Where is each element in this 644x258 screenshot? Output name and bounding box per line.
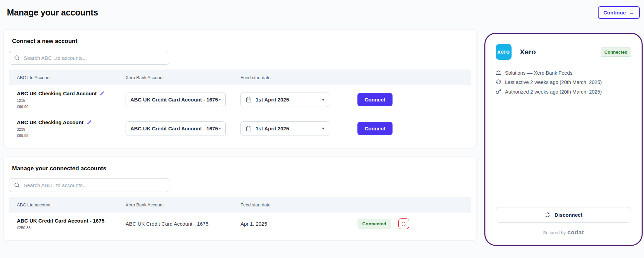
xero-account-cell: ABC UK Credit Card Account - 1675 xyxy=(126,221,240,227)
account-balance: £250.33 xyxy=(17,226,126,230)
account-name-label: ABC UK Checking Account xyxy=(17,119,84,125)
chevron-down-icon: ▾ xyxy=(219,98,221,101)
account-name: ABC UK Credit Card Account - 1675 xyxy=(17,218,126,224)
connect-search-box xyxy=(9,51,169,65)
xero-account-select-value: ABC UK Credit Card Account - 1675 xyxy=(130,126,218,131)
chevron-down-icon: ▾ xyxy=(322,97,324,102)
status-cell: Connected xyxy=(357,218,471,229)
status-badge: Connected xyxy=(601,47,631,57)
connect-table-header: ABC Ltd Account Xero Bank Account Feed s… xyxy=(9,69,471,85)
feed-start-date-cell: Apr 1, 2025 xyxy=(240,221,340,227)
chevron-down-icon: ▾ xyxy=(322,126,324,131)
accounts-column: Connect a new account ABC Ltd Account Xe… xyxy=(3,29,476,249)
secured-by-label: Secured by xyxy=(543,230,566,235)
top-bar: Manage your accounts Continue → xyxy=(3,4,643,19)
xero-account-select[interactable]: ABC UK Credit Card Account - 1675 ▾ xyxy=(126,121,226,136)
calendar-icon xyxy=(246,97,252,103)
feed-start-date-value: 1st April 2025 xyxy=(256,126,289,131)
connect-button[interactable]: Connect xyxy=(357,122,393,135)
edit-pencil-icon[interactable] xyxy=(100,91,105,96)
disconnect-button[interactable]: Disconnect xyxy=(496,207,631,223)
xero-account-select[interactable]: ABC UK Credit Card Account - 1675 ▾ xyxy=(126,93,226,107)
account-cell: ABC UK Checking Card Account 1215 £99.99 xyxy=(9,90,126,109)
connect-button[interactable]: Connect xyxy=(357,93,393,106)
account-cell: ABC UK Credit Card Account - 1675 £250.3… xyxy=(9,218,126,230)
integration-name: Xero xyxy=(520,48,536,56)
action-cell: Connect xyxy=(340,122,471,135)
column-header-feed-start-date: Feed start date xyxy=(240,202,340,207)
account-number: 3239 xyxy=(17,127,126,131)
integration-details: Solutions –– Xero Bank Feeds Last active… xyxy=(496,69,631,98)
table-row: ABC UK Credit Card Account - 1675 £250.3… xyxy=(9,213,471,235)
secured-by: Secured bycodat xyxy=(496,229,631,236)
key-icon xyxy=(496,89,501,94)
action-cell: Connect xyxy=(340,93,471,106)
connect-new-account-card: Connect a new account ABC Ltd Account Xe… xyxy=(3,29,476,148)
detail-solutions: Solutions –– Xero Bank Feeds xyxy=(496,69,631,76)
detail-text: Solutions –– Xero Bank Feeds xyxy=(505,69,572,76)
xero-logo: xero xyxy=(496,44,512,60)
xero-account-cell: ABC UK Credit Card Account - 1675 ▾ xyxy=(126,121,240,136)
column-header-feed-start-date: Feed start date xyxy=(240,75,340,80)
account-balance: £99.99 xyxy=(17,105,126,109)
panel-header: xero Xero Connected xyxy=(496,44,631,60)
chevron-down-icon: ▾ xyxy=(219,127,221,130)
account-name-label: ABC UK Credit Card Account - 1675 xyxy=(17,218,105,224)
search-icon xyxy=(14,55,20,61)
manage-accounts-page: Manage your accounts Continue → Connect … xyxy=(0,0,644,249)
account-name: ABC UK Checking Card Account xyxy=(17,90,126,96)
codat-logo: codat xyxy=(567,229,584,236)
arrow-right-icon: → xyxy=(629,10,634,15)
account-number: 1215 xyxy=(17,98,126,103)
page-title: Manage your accounts xyxy=(7,8,98,18)
account-cell: ABC UK Checking Account 3239 £99.99 xyxy=(9,119,126,138)
status-badge: Connected xyxy=(357,219,391,229)
column-header-xero-account: Xero Bank Account xyxy=(126,75,240,80)
column-header-abc-account: ABC Ltd account xyxy=(9,202,126,207)
column-header-abc-account: ABC Ltd Account xyxy=(9,75,126,80)
table-row: ABC UK Checking Account 3239 £99.99 ABC … xyxy=(9,114,471,143)
account-name-label: ABC UK Checking Card Account xyxy=(17,90,97,96)
feed-start-date-picker[interactable]: 1st April 2025 ▾ xyxy=(240,93,329,107)
table-row: ABC UK Checking Card Account 1215 £99.99… xyxy=(9,85,471,114)
connected-search-box xyxy=(9,178,169,192)
xero-integration-panel: xero Xero Connected Solutions –– Xero Ba… xyxy=(484,33,643,246)
feed-start-date-cell: 1st April 2025 ▾ xyxy=(240,93,340,107)
connected-table-header: ABC Ltd account Xero Bank Account Feed s… xyxy=(9,197,471,213)
main-layout: Connect a new account ABC Ltd Account Xe… xyxy=(3,29,643,249)
xero-account-select-value: ABC UK Credit Card Account - 1675 xyxy=(130,97,218,103)
connect-section-heading: Connect a new account xyxy=(12,38,468,45)
feed-start-date-picker[interactable]: 1st April 2025 ▾ xyxy=(240,121,329,136)
account-name: ABC UK Checking Account xyxy=(17,119,126,125)
connected-accounts-card: Manage your connected accounts ABC Ltd a… xyxy=(3,157,476,240)
connect-search-input[interactable] xyxy=(24,55,164,61)
detail-authorized: Authorized 2 weeks ago (20th March, 2025… xyxy=(496,88,631,95)
broken-sync-icon xyxy=(401,221,406,227)
detail-last-active: Last active 2 weeks ago (20th March, 202… xyxy=(496,79,631,86)
bank-icon xyxy=(496,70,501,75)
sync-icon xyxy=(496,79,501,85)
xero-account-cell: ABC UK Credit Card Account - 1675 ▾ xyxy=(126,93,240,107)
broken-sync-icon xyxy=(545,212,550,218)
disconnect-account-button[interactable] xyxy=(398,218,409,229)
column-header-xero-account: Xero Bank Account xyxy=(126,202,240,207)
detail-text: Last active 2 weeks ago (20th March, 202… xyxy=(505,79,602,86)
connected-search-input[interactable] xyxy=(24,182,164,188)
feed-start-date-cell: 1st April 2025 ▾ xyxy=(240,121,340,136)
connected-section-heading: Manage your connected accounts xyxy=(12,165,468,172)
detail-text: Authorized 2 weeks ago (20th March, 2025… xyxy=(505,88,602,95)
disconnect-button-label: Disconnect xyxy=(555,212,582,218)
feed-start-date-value: 1st April 2025 xyxy=(256,97,289,103)
continue-button-label: Continue xyxy=(603,10,626,15)
edit-pencil-icon[interactable] xyxy=(87,120,92,125)
account-balance: £99.99 xyxy=(17,133,126,138)
calendar-icon xyxy=(246,126,252,132)
continue-button[interactable]: Continue → xyxy=(598,6,640,19)
search-icon xyxy=(14,182,20,188)
